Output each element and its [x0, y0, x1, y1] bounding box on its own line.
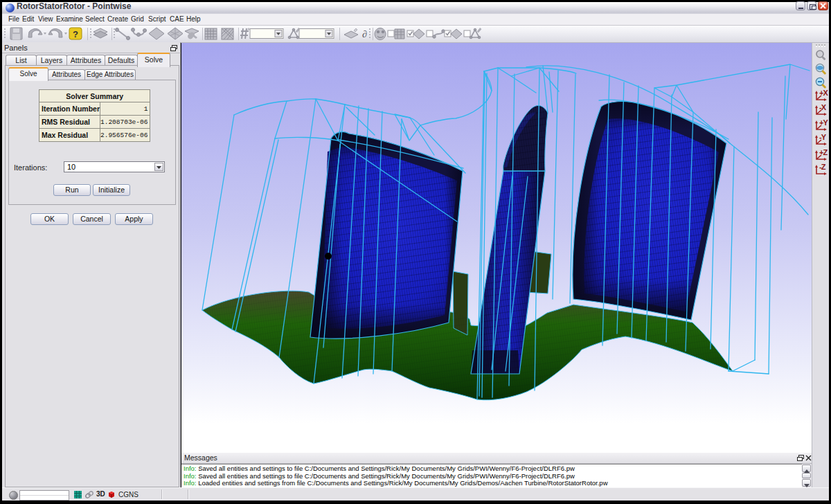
- svg-text:∂: ∂: [362, 29, 367, 39]
- svg-text:?: ?: [73, 29, 78, 39]
